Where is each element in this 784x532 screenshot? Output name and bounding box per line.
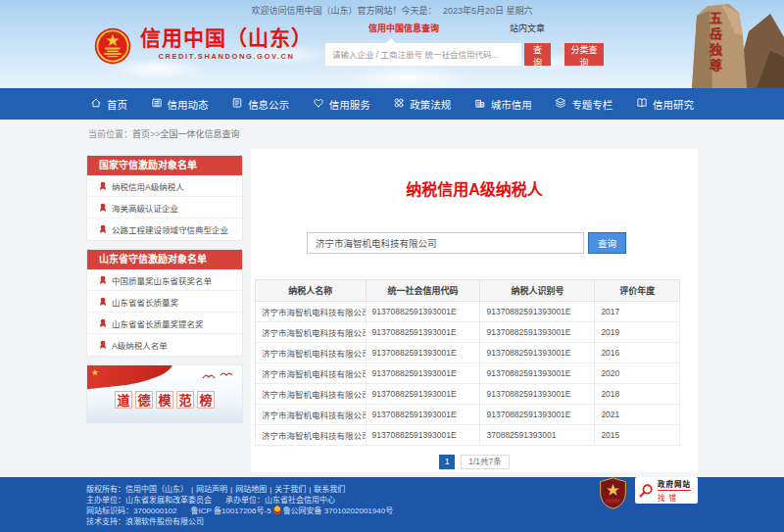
footer-link[interactable]: 关于我们 bbox=[274, 485, 306, 494]
home-icon bbox=[90, 97, 102, 111]
gov-site-error-badge[interactable]: 政府网站 找错 bbox=[635, 477, 698, 504]
sidebar-item-customs-certified[interactable]: 海关高级认证企业 bbox=[87, 197, 242, 218]
tab-site-articles[interactable]: 站内文章 bbox=[510, 22, 545, 34]
banner-char: 榜 bbox=[197, 391, 215, 409]
birds-icon bbox=[201, 370, 236, 382]
table-cell: 91370882591393001E bbox=[366, 405, 480, 425]
tab-credit-query[interactable]: 信用中国信息查询 bbox=[368, 22, 439, 34]
table-row: 济宁市海智机电科技有限公司91370882591393001E913708825… bbox=[256, 384, 680, 405]
table-cell: 2019 bbox=[595, 322, 680, 343]
banner-char: 模 bbox=[156, 391, 173, 409]
footer-link[interactable]: 网站地图 bbox=[235, 485, 267, 494]
table-header-cell: 纳税人名称 bbox=[256, 280, 367, 302]
table-cell: 济宁市海智机电科技有限公司 bbox=[256, 425, 367, 446]
sidebar-section-title: 山东省守信激励对象名单 bbox=[87, 250, 242, 269]
table-cell: 2016 bbox=[595, 343, 680, 363]
police-record-text[interactable]: 鲁公网安备 37010202001940号 bbox=[283, 507, 394, 515]
magnifier-icon bbox=[639, 483, 654, 498]
icp-text[interactable]: 鲁ICP 备10017206号-5 bbox=[191, 507, 271, 515]
footer-separator: | bbox=[270, 485, 271, 494]
table-header-cell: 纳税人识别号 bbox=[480, 280, 595, 302]
page-summary: 1/1共7条 bbox=[461, 455, 510, 469]
breadcrumb-home-link[interactable]: 首页 bbox=[132, 129, 150, 139]
taxpayer-table: 纳税人名称统一社会信用代码纳税人识别号评价年度 济宁市海智机电科技有限公司913… bbox=[255, 279, 680, 446]
table-row: 济宁市海智机电科技有限公司91370882591393001E913708825… bbox=[256, 363, 680, 384]
breadcrumb: 当前位置：首页>>全国一体化信息查询 bbox=[0, 120, 784, 149]
medal-icon bbox=[99, 297, 107, 307]
banner-title: 道德模范榜 bbox=[115, 391, 215, 409]
table-cell: 济宁市海智机电科技有限公司 bbox=[256, 363, 367, 384]
national-incentive-box: 国家守信激励对象名单 纳税信用A级纳税人 海关高级认证企业 公路工程建设领域守信… bbox=[86, 155, 243, 241]
table-cell: 91370882591393001E bbox=[366, 425, 480, 446]
table-cell: 91370882591393001E bbox=[480, 363, 595, 384]
table-cell: 济宁市海智机电科技有限公司 bbox=[256, 405, 367, 425]
banner-char: 范 bbox=[176, 391, 194, 409]
table-row: 济宁市海智机电科技有限公司91370882591393001E913708825… bbox=[256, 302, 680, 322]
table-row: 济宁市海智机电科技有限公司91370882591393001E913708825… bbox=[256, 405, 680, 425]
breadcrumb-current: 全国一体化信息查询 bbox=[161, 129, 240, 139]
nav-item-credit-research[interactable]: 信用研究 bbox=[636, 97, 694, 112]
tech-support-text: 技术支持：浪潮软件股份有限公司 bbox=[86, 517, 204, 526]
site-code-text: 网站标识码：3700000102 bbox=[86, 507, 177, 515]
header-search-input[interactable] bbox=[325, 43, 521, 66]
category-query-button[interactable]: 分类查询 bbox=[564, 43, 604, 66]
sidebar-item-governor-quality-award[interactable]: 山东省省长质量奖 bbox=[87, 291, 242, 313]
company-search-input[interactable] bbox=[307, 232, 584, 254]
table-cell: 91370882591393001E bbox=[366, 322, 480, 343]
table-cell: 91370882591393001E bbox=[480, 322, 595, 343]
table-cell: 370882591393001 bbox=[480, 425, 595, 446]
sidebar-item-china-quality-award[interactable]: 中国质量奖山东省获奖名单 bbox=[87, 269, 242, 291]
undertaker-text: 承办单位：山东省社会信用中心 bbox=[225, 496, 335, 505]
medal-icon bbox=[99, 318, 107, 328]
header-query-button[interactable]: 查询 bbox=[524, 43, 551, 66]
province-incentive-box: 山东省守信激励对象名单 中国质量奖山东省获奖名单 山东省省长质量奖 山东省省长质… bbox=[86, 249, 243, 357]
table-row: 济宁市海智机电科技有限公司91370882591393001E370882591… bbox=[256, 425, 680, 446]
nav-item-city-credit[interactable]: 城市信用 bbox=[474, 97, 532, 112]
banner-char: 道 bbox=[115, 391, 132, 409]
footer-link[interactable]: 联系我们 bbox=[314, 485, 345, 494]
table-cell: 91370882591393001E bbox=[366, 343, 480, 363]
main-panel: 纳税信用A级纳税人 查询 纳税人名称统一社会信用代码纳税人识别号评价年度 济宁市… bbox=[251, 149, 698, 472]
header: 欢迎访问信用中国（山东）官方网站！今天是： 2023年5月20日 星期六 信用中… bbox=[0, 0, 784, 88]
medal-icon bbox=[99, 203, 107, 213]
table-cell: 2020 bbox=[595, 363, 680, 384]
table-cell: 济宁市海智机电科技有限公司 bbox=[256, 322, 367, 343]
gov-badge-subtitle: 找错 bbox=[658, 490, 691, 503]
mount-tai-image: 五岳独尊 bbox=[676, 0, 784, 88]
table-cell: 2018 bbox=[595, 384, 680, 405]
table-cell: 91370882591393001E bbox=[366, 384, 480, 405]
nav-item-special-topics[interactable]: 专题专栏 bbox=[555, 97, 612, 112]
sidebar: 国家守信激励对象名单 纳税信用A级纳税人 海关高级认证企业 公路工程建设领域守信… bbox=[86, 149, 243, 423]
credit-shield-icon bbox=[599, 477, 627, 509]
table-cell: 济宁市海智机电科技有限公司 bbox=[256, 302, 367, 322]
national-emblem-icon bbox=[94, 27, 131, 65]
sidebar-item-governor-quality-nomination[interactable]: 山东省省长质量奖提名奖 bbox=[87, 313, 242, 334]
nav-item-credit-news[interactable]: 信用动态 bbox=[151, 97, 209, 112]
heart-icon bbox=[313, 97, 324, 111]
medal-icon bbox=[99, 340, 107, 350]
nav-item-policy[interactable]: 政策法规 bbox=[393, 97, 451, 112]
nav-item-info-disclosure[interactable]: 信息公示 bbox=[231, 97, 289, 112]
pagination: 1 1/1共7条 bbox=[251, 455, 698, 469]
content: 国家守信激励对象名单 纳税信用A级纳税人 海关高级认证企业 公路工程建设领域守信… bbox=[0, 149, 784, 477]
page-number-button[interactable]: 1 bbox=[439, 455, 455, 469]
nav-item-credit-service[interactable]: 信用服务 bbox=[313, 97, 370, 112]
sidebar-item-a-level-taxpayer[interactable]: 纳税信用A级纳税人 bbox=[87, 175, 242, 197]
sidebar-item-highway-engineering[interactable]: 公路工程建设领域守信典型企业 bbox=[87, 218, 242, 240]
search-button[interactable]: 查询 bbox=[588, 232, 626, 254]
copyright-text: 版权所有：信用中国（山东） bbox=[86, 485, 188, 494]
book-icon bbox=[636, 97, 648, 111]
table-cell: 2015 bbox=[595, 425, 680, 446]
moral-model-banner[interactable]: 道德模范榜 bbox=[86, 364, 243, 423]
sidebar-item-a-level-taxpayer-list[interactable]: A级纳税人名单 bbox=[87, 334, 242, 356]
footer-link[interactable]: 网站声明 bbox=[196, 485, 227, 494]
table-cell: 91370882591393001E bbox=[480, 302, 595, 322]
site-logo[interactable]: 信用中国（山东） CREDIT.SHANDONG.GOV.CN bbox=[94, 27, 313, 65]
table-cell: 91370882591393001E bbox=[480, 405, 595, 425]
medal-icon bbox=[99, 181, 107, 191]
table-row: 济宁市海智机电科技有限公司91370882591393001E913708825… bbox=[256, 322, 680, 343]
gov-badge-title: 政府网站 bbox=[658, 478, 691, 489]
table-cell: 2017 bbox=[595, 302, 680, 322]
banner-char: 德 bbox=[135, 391, 153, 409]
nav-item-home[interactable]: 首页 bbox=[90, 97, 127, 112]
